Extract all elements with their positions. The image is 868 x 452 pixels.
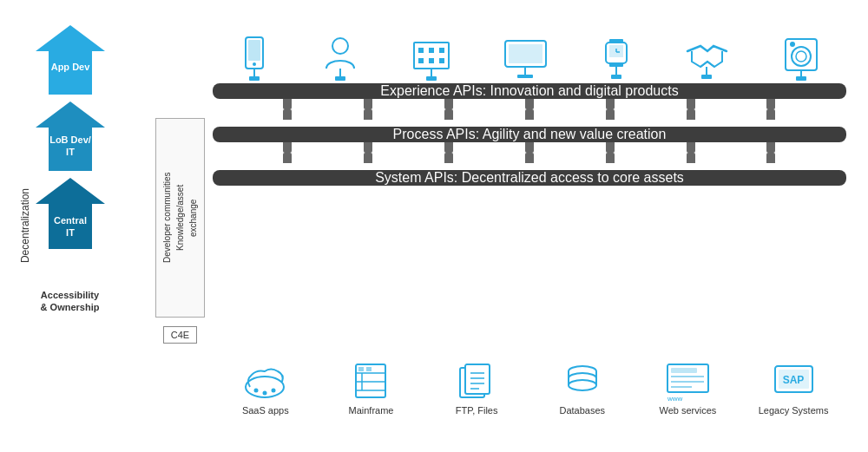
mobile-icon-wrapper xyxy=(237,36,272,83)
svg-rect-38 xyxy=(701,75,712,79)
svg-rect-16 xyxy=(414,43,449,69)
process-api-label: Process APIs: Agility and new value crea… xyxy=(393,127,667,142)
appliance-icon-wrapper xyxy=(780,36,822,83)
saas-icon-item: SaaS apps xyxy=(222,363,309,416)
svg-rect-22 xyxy=(439,58,444,63)
svg-rect-44 xyxy=(796,76,806,81)
svg-rect-24 xyxy=(426,76,437,81)
svg-text:LoB Dev/: LoB Dev/ xyxy=(49,134,91,145)
system-top-connectors xyxy=(213,153,846,163)
monitor-icon-wrapper xyxy=(502,36,549,83)
system-api-label: System APIs: Decentralized access to cor… xyxy=(375,170,684,186)
system-layer-area: System APIs: Decentralized access to cor… xyxy=(213,170,846,186)
arrows-svg: App Dev LoB Dev/ IT Central IT xyxy=(36,25,105,285)
svg-text:App Dev: App Dev xyxy=(50,62,90,72)
mobile-icon xyxy=(237,36,272,83)
diagram-container: Decentralization App Dev LoB Dev/ IT Cen… xyxy=(17,10,851,443)
svg-rect-17 xyxy=(418,48,424,53)
svg-text:SAP: SAP xyxy=(782,374,804,386)
watch-icon xyxy=(599,36,634,83)
svg-marker-5 xyxy=(36,178,105,249)
experience-api-layer: Experience APIs: Innovation and digital … xyxy=(213,83,846,99)
svg-text:IT: IT xyxy=(66,227,75,238)
svg-rect-15 xyxy=(335,76,345,81)
svg-rect-12 xyxy=(249,76,260,81)
c4e-section: Developer communitiesKnowledge/assetexch… xyxy=(156,10,204,443)
top-icons-row xyxy=(213,14,846,83)
main-section: Experience APIs: Innovation and digital … xyxy=(204,10,851,443)
svg-rect-28 xyxy=(517,75,533,78)
svg-rect-54 xyxy=(358,367,364,371)
appliance-icon xyxy=(780,36,822,83)
experience-api-label: Experience APIs: Innovation and digital … xyxy=(380,83,678,99)
process-layer-area: Process APIs: Agility and new value crea… xyxy=(213,127,846,163)
svg-rect-19 xyxy=(439,48,444,53)
legacy-label: Legacy Systems xyxy=(759,405,829,416)
webservices-icon-item: www Web services xyxy=(644,363,731,416)
mainframe-icon-item: Mainframe xyxy=(327,363,414,416)
ftp-icon xyxy=(455,363,498,402)
svg-text:Central: Central xyxy=(54,215,87,226)
handshake-icon-wrapper xyxy=(683,36,731,83)
developer-communities-label: Developer communitiesKnowledge/assetexch… xyxy=(155,118,205,318)
databases-label: Databases xyxy=(560,405,606,416)
process-api-layer: Process APIs: Agility and new value crea… xyxy=(213,127,846,142)
mainframe-label: Mainframe xyxy=(349,405,394,416)
saas-icon xyxy=(241,363,289,402)
ftp-icon-item: FTP, Files xyxy=(433,363,520,416)
svg-rect-18 xyxy=(429,48,434,53)
svg-rect-26 xyxy=(509,44,542,63)
webservices-label: Web services xyxy=(660,405,717,416)
system-api-layer: System APIs: Decentralized access to cor… xyxy=(213,170,846,186)
left-section: Decentralization App Dev LoB Dev/ IT Cen… xyxy=(17,10,156,443)
handshake-icon xyxy=(683,36,731,83)
user-icon-wrapper xyxy=(321,36,360,83)
databases-icon xyxy=(561,363,604,402)
svg-point-13 xyxy=(332,38,348,54)
databases-icon-item: Databases xyxy=(539,363,626,416)
monitor-icon xyxy=(502,36,549,83)
svg-point-10 xyxy=(253,62,256,66)
svg-rect-70 xyxy=(671,368,697,373)
legacy-icon: SAP xyxy=(770,363,818,402)
saas-label: SaaS apps xyxy=(242,405,289,416)
webservices-icon: www xyxy=(664,363,712,402)
experience-bottom-connectors xyxy=(213,99,846,109)
svg-point-42 xyxy=(790,42,795,47)
svg-point-47 xyxy=(263,390,267,395)
process-bottom-connectors xyxy=(213,142,846,153)
building-icon xyxy=(410,36,453,83)
bottom-icons-row: SaaS apps Mainframe xyxy=(213,361,846,439)
mainframe-icon xyxy=(349,363,392,402)
svg-rect-21 xyxy=(429,58,434,63)
svg-marker-0 xyxy=(36,25,105,95)
svg-text:www: www xyxy=(667,395,683,402)
svg-point-40 xyxy=(792,47,811,66)
svg-point-48 xyxy=(272,388,276,392)
svg-text:IT: IT xyxy=(66,147,75,157)
accessibility-label: Accessibility& Ownership xyxy=(41,289,100,314)
svg-rect-20 xyxy=(418,58,424,63)
experience-layer-area: Experience APIs: Innovation and digital … xyxy=(213,83,846,120)
svg-point-41 xyxy=(796,51,806,62)
watch-icon-wrapper xyxy=(599,36,634,83)
svg-point-46 xyxy=(254,388,259,392)
legacy-icon-item: SAP Legacy Systems xyxy=(750,363,837,416)
layers-section: Experience APIs: Innovation and digital … xyxy=(213,83,846,361)
ftp-label: FTP, Files xyxy=(456,405,498,416)
process-top-connectors xyxy=(213,109,846,120)
building-icon-wrapper xyxy=(410,36,453,83)
decentralization-label: Decentralization xyxy=(17,180,33,272)
svg-rect-36 xyxy=(611,75,621,79)
c4e-label: C4E xyxy=(163,326,197,344)
svg-rect-57 xyxy=(465,364,490,394)
svg-rect-9 xyxy=(248,40,260,61)
user-icon xyxy=(321,36,360,83)
svg-rect-34 xyxy=(609,63,623,67)
svg-rect-55 xyxy=(366,367,372,371)
